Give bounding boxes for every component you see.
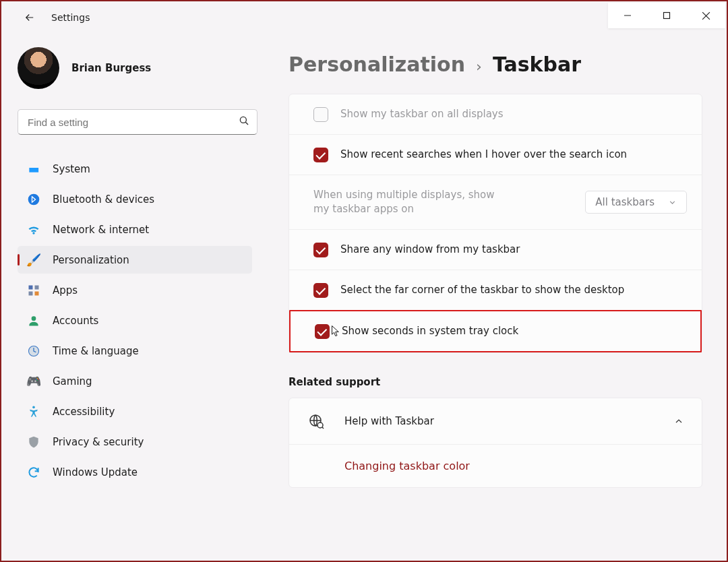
apps-icon	[26, 282, 42, 299]
setting-label: Show recent searches when I hover over t…	[340, 148, 637, 162]
setting-label: Share any window from my taskbar	[340, 243, 637, 257]
chevron-right-icon: ›	[476, 58, 482, 75]
search-icon	[238, 115, 250, 129]
sidebar-item-bluetooth[interactable]: Bluetooth & devices	[18, 185, 252, 213]
svg-point-10	[32, 406, 35, 408]
sidebar-item-apps[interactable]: Apps	[18, 276, 252, 304]
breadcrumb-current: Taskbar	[493, 53, 581, 76]
chevron-down-icon	[668, 198, 677, 207]
svg-rect-3	[29, 285, 33, 289]
sidebar-item-label: Gaming	[53, 375, 92, 387]
svg-point-12	[317, 423, 323, 428]
accessibility-icon	[26, 404, 42, 420]
system-icon: ▬	[26, 161, 42, 177]
sidebar-item-time[interactable]: Time & language	[18, 337, 252, 365]
multi-display-select: All taskbars	[585, 191, 687, 214]
setting-far-corner[interactable]: Select the far corner of the taskbar to …	[289, 270, 702, 310]
setting-show-all-displays: Show my taskbar on all displays	[289, 94, 702, 134]
related-card: Help with Taskbar Changing taskbar color	[289, 398, 702, 488]
sidebar-item-gaming[interactable]: 🎮 Gaming	[18, 367, 252, 395]
minimize-icon	[624, 11, 632, 20]
arrow-left-icon	[24, 11, 36, 24]
sidebar-item-label: Windows Update	[53, 466, 138, 478]
sidebar-item-accounts[interactable]: Accounts	[18, 307, 252, 334]
svg-rect-5	[29, 291, 33, 295]
svg-point-1	[240, 117, 246, 123]
bluetooth-icon	[26, 191, 42, 208]
maximize-button[interactable]	[647, 3, 686, 28]
breadcrumb: Personalization › Taskbar	[289, 53, 702, 76]
chevron-up-icon	[673, 416, 684, 427]
sidebar-item-label: Bluetooth & devices	[53, 193, 154, 206]
app-title: Settings	[51, 12, 90, 23]
sidebar-item-label: Accounts	[53, 315, 98, 327]
window-controls	[608, 3, 725, 28]
clock-globe-icon	[26, 343, 42, 359]
person-icon	[26, 313, 42, 329]
sidebar-item-label: Network & internet	[53, 224, 149, 236]
sidebar-item-label: Privacy & security	[53, 436, 144, 448]
checkbox-checked[interactable]	[313, 148, 328, 162]
help-with-taskbar[interactable]: Help with Taskbar	[289, 398, 702, 444]
search-input-wrap[interactable]	[18, 109, 257, 135]
brush-icon: 🖌️	[26, 252, 42, 268]
back-button[interactable]	[18, 5, 42, 30]
cursor-icon	[331, 325, 341, 337]
svg-point-7	[32, 316, 36, 321]
maximize-icon	[663, 11, 671, 20]
sidebar-item-label: Apps	[53, 284, 78, 296]
related-heading: Related support	[289, 376, 702, 388]
sidebar-item-network[interactable]: Network & internet	[18, 216, 252, 243]
sidebar-item-update[interactable]: Windows Update	[18, 458, 252, 486]
setting-label: Select the far corner of the taskbar to …	[340, 283, 637, 297]
svg-point-2	[28, 193, 40, 205]
svg-rect-4	[35, 285, 39, 289]
close-button[interactable]	[686, 3, 725, 28]
setting-label: Show my taskbar on all displays	[340, 107, 637, 121]
user-block[interactable]: Brian Burgess	[18, 47, 252, 89]
select-value: All taskbars	[595, 196, 655, 208]
minimize-button[interactable]	[608, 3, 647, 28]
setting-show-seconds[interactable]: Show seconds in system tray clock	[289, 310, 702, 352]
sidebar-item-label: Personalization	[53, 254, 129, 266]
setting-multi-display: When using multiple displays, show my ta…	[289, 175, 702, 229]
checkbox-checked[interactable]	[315, 324, 330, 339]
shield-icon	[26, 434, 42, 450]
link-changing-color[interactable]: Changing taskbar color	[289, 444, 702, 487]
sidebar-item-label: System	[53, 163, 90, 175]
sidebar-item-label: Accessibility	[53, 406, 115, 418]
setting-recent-searches[interactable]: Show recent searches when I hover over t…	[289, 134, 702, 175]
setting-label: Show seconds in system tray clock	[342, 324, 638, 338]
help-label: Help with Taskbar	[344, 415, 673, 427]
sidebar-item-privacy[interactable]: Privacy & security	[18, 428, 252, 456]
globe-help-icon	[307, 413, 326, 429]
avatar	[18, 47, 59, 89]
search-input[interactable]	[28, 117, 238, 128]
svg-rect-0	[664, 13, 670, 19]
taskbar-behaviors-card: Show my taskbar on all displays Show rec…	[289, 94, 702, 353]
update-icon	[26, 464, 42, 480]
sidebar-item-label: Time & language	[53, 345, 139, 357]
user-name: Brian Burgess	[71, 62, 151, 74]
setting-label: When using multiple displays, show my ta…	[313, 188, 502, 216]
sidebar-item-accessibility[interactable]: Accessibility	[18, 398, 252, 425]
gamepad-icon: 🎮	[26, 373, 42, 389]
wifi-icon	[26, 222, 42, 238]
link-label: Changing taskbar color	[344, 460, 470, 472]
breadcrumb-parent[interactable]: Personalization	[289, 53, 465, 76]
setting-share-window[interactable]: Share any window from my taskbar	[289, 229, 702, 270]
svg-rect-6	[35, 291, 39, 295]
sidebar-nav: ▬ System Bluetooth & devices Network & i…	[18, 155, 252, 486]
checkbox-checked[interactable]	[313, 243, 328, 257]
checkbox-unchecked	[313, 107, 328, 122]
sidebar-item-system[interactable]: ▬ System	[18, 155, 252, 183]
checkbox-checked[interactable]	[313, 283, 328, 298]
close-icon	[702, 11, 710, 20]
sidebar-item-personalization[interactable]: 🖌️ Personalization	[18, 246, 252, 274]
